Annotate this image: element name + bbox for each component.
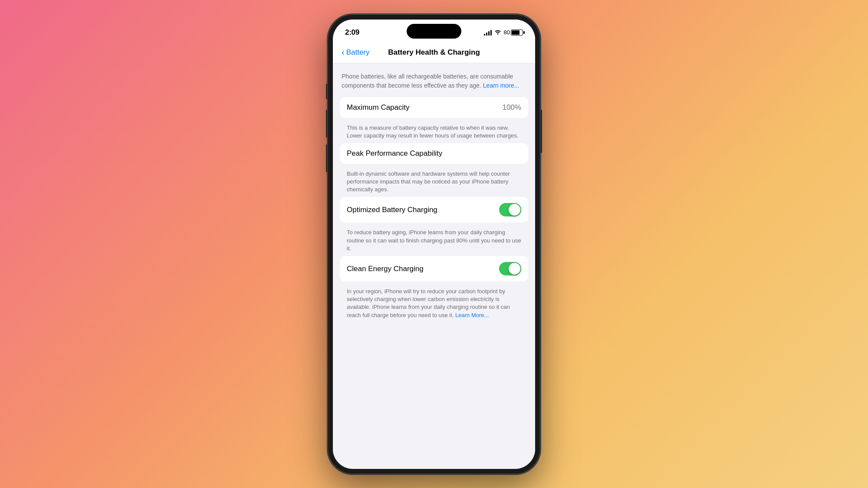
volume-down-button xyxy=(326,144,328,172)
peak-performance-card: Peak Performance Capability xyxy=(340,143,528,164)
optimized-charging-toggle[interactable] xyxy=(499,203,521,216)
clean-energy-row: Clean Energy Charging xyxy=(340,256,528,282)
signal-icon xyxy=(484,29,492,36)
maximum-capacity-value: 100% xyxy=(503,103,521,112)
navigation-header: ‹ Battery Battery Health & Charging xyxy=(333,43,535,63)
settings-content: Phone batteries, like all rechargeable b… xyxy=(333,63,535,462)
back-label: Battery xyxy=(346,48,370,57)
peak-performance-row: Peak Performance Capability xyxy=(340,143,528,164)
volume-up-button xyxy=(326,110,328,138)
maximum-capacity-description: This is a measure of battery capacity re… xyxy=(333,121,535,143)
dynamic-island xyxy=(407,24,461,39)
status-icons: 80 xyxy=(484,29,523,36)
mute-button xyxy=(326,84,328,99)
clean-energy-learn-more-link[interactable]: Learn More... xyxy=(455,312,489,318)
peak-performance-description: Built-in dynamic software and hardware s… xyxy=(333,167,535,197)
power-button xyxy=(540,110,542,153)
clean-energy-card: Clean Energy Charging xyxy=(340,256,528,282)
peak-performance-label: Peak Performance Capability xyxy=(347,149,442,158)
optimized-charging-label: Optimized Battery Charging xyxy=(347,206,437,214)
optimized-charging-row: Optimized Battery Charging xyxy=(340,197,528,223)
phone-device: 2:09 80 xyxy=(328,14,540,474)
battery-description: Phone batteries, like all rechargeable b… xyxy=(333,63,535,97)
optimized-charging-card: Optimized Battery Charging xyxy=(340,197,528,223)
maximum-capacity-label: Maximum Capacity xyxy=(347,103,410,112)
clean-energy-toggle[interactable] xyxy=(499,262,521,275)
back-button[interactable]: ‹ Battery xyxy=(342,48,376,57)
page-title: Battery Health & Charging xyxy=(376,48,492,57)
learn-more-link[interactable]: Learn more... xyxy=(483,82,519,89)
phone-screen: 2:09 80 xyxy=(333,20,535,469)
optimized-charging-description: To reduce battery aging, iPhone learns f… xyxy=(333,226,535,256)
status-time: 2:09 xyxy=(345,28,359,37)
maximum-capacity-card: Maximum Capacity 100% xyxy=(340,97,528,118)
back-chevron-icon: ‹ xyxy=(342,48,345,56)
battery-icon xyxy=(511,29,523,36)
battery-percent-label: 80 xyxy=(504,29,510,36)
clean-energy-description: In your region, iPhone will try to reduc… xyxy=(333,285,535,323)
status-bar: 2:09 80 xyxy=(333,20,535,43)
maximum-capacity-row: Maximum Capacity 100% xyxy=(340,97,528,118)
battery-status-indicator: 80 xyxy=(504,29,523,36)
wifi-icon xyxy=(494,29,501,36)
clean-energy-label: Clean Energy Charging xyxy=(347,265,424,273)
